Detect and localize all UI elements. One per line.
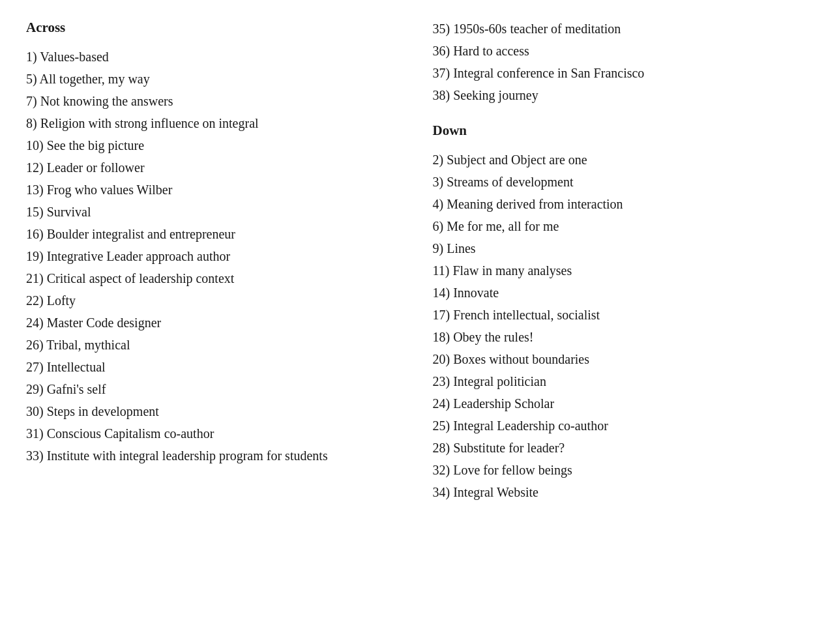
clue-item: 3) Streams of development [433, 173, 814, 191]
clue-item: 27) Intellectual [26, 358, 407, 376]
clue-item: 24) Leadership Scholar [433, 394, 814, 413]
clue-item: 11) Flaw in many analyses [433, 261, 814, 280]
clue-item: 5) All together, my way [26, 70, 407, 88]
across-clues-list: 1) Values-based5) All together, my way7)… [26, 48, 407, 465]
clue-item: 14) Innovate [433, 284, 814, 302]
clue-item: 24) Master Code designer [26, 314, 407, 332]
clue-item: 31) Conscious Capitalism co-author [26, 424, 407, 443]
clue-item: 22) Lofty [26, 291, 407, 310]
clue-item: 21) Critical aspect of leadership contex… [26, 269, 407, 287]
left-column: Across 1) Values-based5) All together, m… [26, 20, 407, 505]
clue-item: 10) See the big picture [26, 136, 407, 154]
clue-item: 8) Religion with strong influence on int… [26, 114, 407, 132]
clue-item: 25) Integral Leadership co-author [433, 417, 814, 435]
clue-item: 23) Integral politician [433, 372, 814, 390]
clue-item: 38) Seeking journey [433, 86, 814, 104]
clue-item: 6) Me for me, all for me [433, 217, 814, 235]
clue-item: 9) Lines [433, 239, 814, 257]
clue-item: 13) Frog who values Wilber [26, 181, 407, 199]
clue-item: 32) Love for fellow beings [433, 461, 814, 479]
clue-item: 18) Obey the rules! [433, 328, 814, 346]
clue-item: 29) Gafni's self [26, 380, 407, 398]
right-column: 35) 1950s-60s teacher of meditation36) H… [433, 20, 814, 505]
clue-item: 12) Leader or follower [26, 158, 407, 177]
clue-item: 16) Boulder integralist and entrepreneur [26, 225, 407, 243]
clue-item: 34) Integral Website [433, 483, 814, 501]
clue-item: 20) Boxes without boundaries [433, 350, 814, 368]
clue-item: 37) Integral conference in San Francisco [433, 64, 814, 82]
clue-item: 19) Integrative Leader approach author [26, 247, 407, 265]
clue-item: 17) French intellectual, socialist [433, 306, 814, 324]
clue-item: 26) Tribal, mythical [26, 336, 407, 354]
clue-item: 28) Substitute for leader? [433, 439, 814, 457]
clue-item: 1) Values-based [26, 48, 407, 66]
clue-item: 36) Hard to access [433, 42, 814, 60]
clue-item: 30) Steps in development [26, 402, 407, 420]
down-heading: Down [433, 123, 814, 139]
down-clues-list: 2) Subject and Object are one3) Streams … [433, 151, 814, 501]
clue-item: 15) Survival [26, 203, 407, 221]
clue-item: 4) Meaning derived from interaction [433, 195, 814, 213]
clue-item: 7) Not knowing the answers [26, 92, 407, 110]
right-top-clues-list: 35) 1950s-60s teacher of meditation36) H… [433, 20, 814, 104]
clue-item: 2) Subject and Object are one [433, 151, 814, 169]
across-heading: Across [26, 20, 407, 36]
clue-item: 33) Institute with integral leadership p… [26, 446, 407, 465]
clue-item: 35) 1950s-60s teacher of meditation [433, 20, 814, 38]
